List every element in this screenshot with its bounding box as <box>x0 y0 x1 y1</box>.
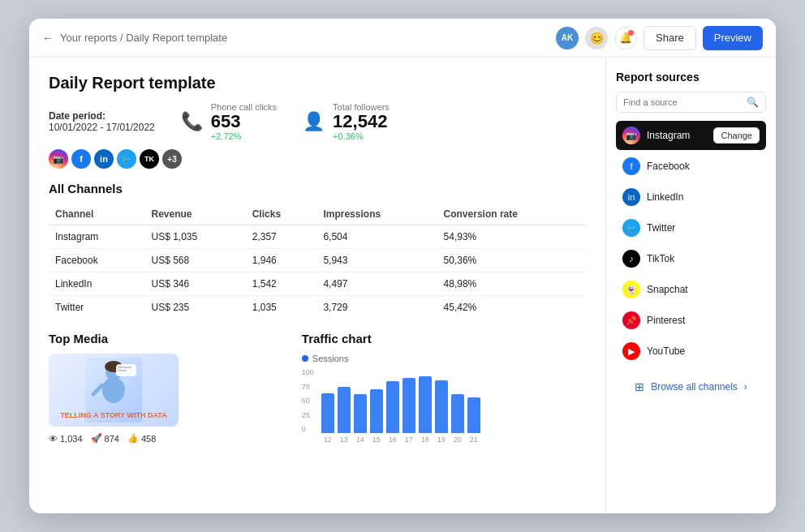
source-item-fb[interactable]: fFacebook <box>616 152 766 181</box>
share-button[interactable]: Share <box>644 26 696 50</box>
date-block: Date period: 10/01/2022 - 17/01/2022 <box>49 110 155 133</box>
table-row: LinkedInUS$ 3461,5424,49748,98% <box>49 272 586 296</box>
search-box: 🔍 <box>616 92 766 113</box>
sc-source-icon: 👻 <box>622 281 640 298</box>
media-stats: 👁 1,034 🚀 874 👍 458 <box>49 433 286 444</box>
source-name: Facebook <box>647 161 690 172</box>
source-name: Snapchat <box>647 284 688 295</box>
table-cell: Twitter <box>49 296 144 320</box>
col-clicks: Clicks <box>246 204 317 225</box>
chart-bar <box>338 387 351 434</box>
table-cell: 50,36% <box>437 249 586 272</box>
source-item-tw[interactable]: 🐦Twitter <box>616 213 766 242</box>
thumb-icon: 👍 <box>127 433 139 444</box>
x-axis-labels: 12131415161718192021 <box>302 435 586 444</box>
chart-area: 100 75 50 25 0 12131415161718192021 <box>302 368 586 449</box>
table-cell: 54,93% <box>437 225 586 249</box>
app-window: ← Your reports / Daily Report template A… <box>29 19 776 513</box>
linkedin-icon[interactable]: in <box>94 149 114 169</box>
chart-legend: Sessions <box>302 354 586 363</box>
sources-list: 📷InstagramChangefFacebookinLinkedIn🐦Twit… <box>616 121 766 366</box>
top-media-title: Top Media <box>49 332 286 345</box>
metric-followers-number: 12,542 <box>333 112 390 131</box>
x-axis-label: 16 <box>386 435 399 444</box>
source-item-sc[interactable]: 👻Snapchat <box>616 275 766 304</box>
more-channels-icon[interactable]: +3 <box>162 149 182 169</box>
source-name: YouTube <box>647 345 685 357</box>
x-axis-label: 21 <box>467 435 480 444</box>
table-row: TwitterUS$ 2351,0353,72945,42% <box>49 296 586 320</box>
x-axis-label: 13 <box>338 435 351 444</box>
x-axis-label: 12 <box>321 435 334 444</box>
search-input[interactable] <box>623 97 742 107</box>
twitter-icon[interactable]: 🐦 <box>117 149 136 169</box>
metric-followers: 👤 Total followers 12,542 +0.36% <box>303 102 390 141</box>
social-icons-row: 📷 f in 🐦 TK +3 <box>49 149 586 169</box>
tk-source-icon: ♪ <box>622 250 640 268</box>
table-cell: LinkedIn <box>49 272 144 296</box>
chart-bar <box>451 394 464 433</box>
avatar-user2: 😊 <box>585 27 608 49</box>
y-label-25: 25 <box>302 411 314 419</box>
traffic-section: Traffic chart Sessions 100 75 50 25 0 <box>302 332 586 449</box>
table-cell: 1,035 <box>246 296 317 320</box>
y-label-100: 100 <box>302 368 314 376</box>
instagram-icon[interactable]: 📷 <box>49 149 68 169</box>
media-text-overlay: Telling A Story With Data <box>60 411 166 420</box>
legend-dot <box>302 355 308 362</box>
top-media-section: Top Media <box>49 332 286 449</box>
table-cell: 2,357 <box>246 225 317 249</box>
metric-phone-change: +2.72% <box>211 131 277 141</box>
change-source-button[interactable]: Change <box>713 127 760 144</box>
eye-icon: 👁 <box>49 434 58 444</box>
source-name: Pinterest <box>647 315 685 326</box>
topbar-left: ← Your reports / Daily Report template <box>42 32 556 45</box>
bottom-row: Top Media <box>49 332 586 449</box>
views-value: 1,034 <box>60 434 83 444</box>
preview-button[interactable]: Preview <box>703 26 763 50</box>
source-item-ig[interactable]: 📷InstagramChange <box>616 121 766 150</box>
svg-rect-8 <box>118 370 127 371</box>
table-row: FacebookUS$ 5681,9465,94350,36% <box>49 249 586 272</box>
browse-channels-button[interactable]: ⊞ Browse all channels › <box>616 375 766 398</box>
source-item-tk[interactable]: ♪TikTok <box>616 244 766 273</box>
sidebar-title: Report sources <box>616 71 766 84</box>
x-axis-label: 19 <box>435 435 448 444</box>
table-cell: 3,729 <box>316 296 437 320</box>
tiktok-icon[interactable]: TK <box>140 149 159 169</box>
chart-bar <box>321 393 334 434</box>
source-item-li[interactable]: inLinkedIn <box>616 182 766 212</box>
rocket-icon: 🚀 <box>91 433 102 444</box>
y-label-50: 50 <box>302 397 314 405</box>
x-axis-label: 20 <box>451 435 464 444</box>
table-cell: US$ 235 <box>144 296 245 320</box>
source-item-yt[interactable]: ▶YouTube <box>616 337 766 366</box>
all-channels-title: All Channels <box>49 182 586 195</box>
chart-bar <box>370 389 383 433</box>
y-label-0: 0 <box>302 425 314 433</box>
views-stat: 👁 1,034 <box>49 434 83 444</box>
metric-followers-change: +0.36% <box>333 131 390 141</box>
topbar: ← Your reports / Daily Report template A… <box>29 19 776 58</box>
table-cell: 5,943 <box>316 249 437 272</box>
y-label-75: 75 <box>302 383 314 391</box>
topbar-right: AK 😊 🔔 Share Preview <box>556 26 763 50</box>
table-body: InstagramUS$ 1,0352,3576,50454,93%Facebo… <box>49 225 586 320</box>
source-name: Instagram <box>647 130 690 141</box>
channels-table: Channel Revenue Clicks Impressions Conve… <box>49 204 586 319</box>
facebook-icon[interactable]: f <box>71 149 91 169</box>
table-cell: Facebook <box>49 249 144 272</box>
table-cell: 4,497 <box>316 272 437 296</box>
back-button[interactable]: ← <box>42 32 54 45</box>
table-header-row: Channel Revenue Clicks Impressions Conve… <box>49 204 586 225</box>
source-item-pi[interactable]: 📌Pinterest <box>616 306 766 335</box>
source-name: TikTok <box>647 253 674 264</box>
notifications-button[interactable]: 🔔 <box>614 27 637 49</box>
main-content: Daily Report template Date period: 10/01… <box>29 58 605 513</box>
media-card: Telling A Story With Data <box>49 354 179 427</box>
metric-followers-values: Total followers 12,542 +0.36% <box>333 102 390 141</box>
meta-row: Date period: 10/01/2022 - 17/01/2022 📞 P… <box>49 102 586 141</box>
shares-stat: 🚀 874 <box>91 433 119 444</box>
table-cell: 1,946 <box>246 249 317 272</box>
table-cell: US$ 346 <box>144 272 245 296</box>
